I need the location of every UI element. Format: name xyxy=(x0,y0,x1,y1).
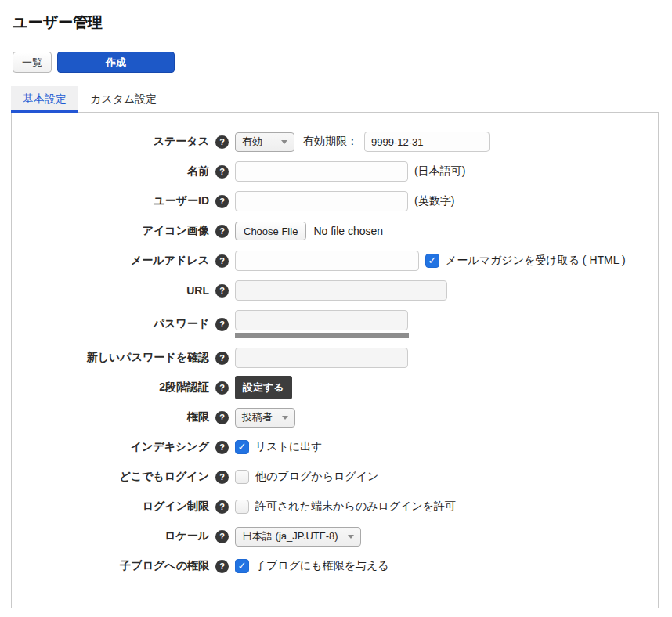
list-button[interactable]: 一覧 xyxy=(13,52,52,73)
help-icon[interactable]: ? xyxy=(215,135,229,149)
help-icon[interactable]: ? xyxy=(215,411,229,424)
login-anywhere-checkbox[interactable]: ✓ xyxy=(235,470,249,484)
row-name: 名前 ? (日本語可) xyxy=(12,157,658,186)
row-locale: ロケール ? 日本語 (ja_JP.UTF-8) xyxy=(12,521,658,551)
login-anywhere-checkbox-label: 他のブログからログイン xyxy=(255,470,378,484)
indexing-checkbox-label: リストに出す xyxy=(255,440,323,454)
user-management-page: ユーザー管理 一覧 作成 基本設定 カスタム設定 ステータス ? 有効 有効期限… xyxy=(0,0,672,617)
expiry-label: 有効期限： xyxy=(303,135,358,149)
url-input[interactable] xyxy=(235,280,447,301)
help-icon[interactable]: ? xyxy=(215,441,229,454)
help-icon[interactable]: ? xyxy=(215,195,229,208)
row-role: 権限 ? 投稿者 xyxy=(12,402,658,432)
tab-custom-settings[interactable]: カスタム設定 xyxy=(78,86,168,113)
locale-select[interactable]: 日本語 (ja_JP.UTF-8) xyxy=(235,527,361,547)
child-blog-permission-checkbox-label: 子ブログにも権限を与える xyxy=(255,559,389,573)
row-child-blog-permission: 子ブログへの権限 ? ✓ 子ブログにも権限を与える xyxy=(12,551,658,581)
help-icon[interactable]: ? xyxy=(215,381,229,395)
help-icon[interactable]: ? xyxy=(215,530,229,543)
email-input[interactable] xyxy=(235,251,419,271)
indexing-label: インデキシング xyxy=(12,440,209,454)
help-icon[interactable]: ? xyxy=(215,352,229,365)
checkmark-icon: ✓ xyxy=(238,442,247,452)
page-title: ユーザー管理 xyxy=(13,13,672,33)
child-blog-permission-label: 子ブログへの権限 xyxy=(12,559,209,573)
two-factor-label: 2段階認証 xyxy=(12,381,209,395)
help-icon[interactable]: ? xyxy=(215,284,229,298)
locale-select-value: 日本語 (ja_JP.UTF-8) xyxy=(242,529,338,543)
help-icon[interactable]: ? xyxy=(215,471,229,484)
child-blog-permission-checkbox[interactable]: ✓ xyxy=(235,559,249,573)
row-url: URL ? xyxy=(12,276,658,305)
user-id-input[interactable] xyxy=(235,191,408,211)
create-button[interactable]: 作成 xyxy=(57,52,175,73)
file-chosen-status: No file chosen xyxy=(313,225,383,237)
checkmark-icon: ✓ xyxy=(238,561,247,571)
help-icon[interactable]: ? xyxy=(215,560,229,573)
help-icon[interactable]: ? xyxy=(215,225,229,238)
icon-image-label: アイコン画像 xyxy=(12,224,209,238)
expiry-date-input[interactable] xyxy=(364,132,490,152)
two-factor-setup-button[interactable]: 設定する xyxy=(235,376,292,399)
name-label: 名前 xyxy=(12,164,209,179)
row-icon-image: アイコン画像 ? Choose File No file chosen xyxy=(12,216,658,246)
email-label: メールアドレス xyxy=(12,254,209,268)
password-label: パスワード xyxy=(12,317,209,331)
checkmark-icon: ✓ xyxy=(428,255,437,265)
login-restriction-checkbox-label: 許可された端末からのみログインを許可 xyxy=(255,500,456,514)
help-icon[interactable]: ? xyxy=(215,165,229,179)
status-label: ステータス xyxy=(12,135,209,149)
row-two-factor: 2段階認証 ? 設定する xyxy=(12,373,658,402)
url-label: URL xyxy=(12,284,209,297)
password-strength-meter xyxy=(235,333,409,338)
tab-basic-settings[interactable]: 基本設定 xyxy=(11,86,78,113)
login-restriction-checkbox[interactable]: ✓ xyxy=(235,500,249,514)
chevron-down-icon xyxy=(281,140,287,144)
form-panel: ステータス ? 有効 有効期限： 名前 ? (日本語可) ユーザーID ? xyxy=(11,112,659,608)
role-label: 権限 xyxy=(12,410,209,424)
row-password: パスワード ? xyxy=(12,305,658,343)
login-restriction-label: ログイン制限 xyxy=(12,500,209,514)
chevron-down-icon xyxy=(282,416,288,420)
name-note: (日本語可) xyxy=(414,164,465,179)
row-password-confirm: 新しいパスワードを確認 ? xyxy=(12,343,658,373)
login-anywhere-label: どこでもログイン xyxy=(12,470,209,484)
choose-file-button[interactable]: Choose File xyxy=(235,222,306,240)
help-icon[interactable]: ? xyxy=(215,318,229,331)
role-select-value: 投稿者 xyxy=(242,410,273,424)
help-icon[interactable]: ? xyxy=(215,254,229,268)
password-input[interactable] xyxy=(235,310,408,330)
password-confirm-input[interactable] xyxy=(235,348,408,368)
row-status: ステータス ? 有効 有効期限： xyxy=(12,127,658,157)
mail-magazine-checkbox-label: メールマガジンを受け取る ( HTML ) xyxy=(446,254,626,268)
tab-bar: 基本設定 カスタム設定 xyxy=(11,86,672,113)
row-user-id: ユーザーID ? (英数字) xyxy=(12,186,658,216)
name-input[interactable] xyxy=(235,161,408,182)
indexing-checkbox[interactable]: ✓ xyxy=(235,440,249,454)
locale-label: ロケール xyxy=(12,529,209,543)
user-id-label: ユーザーID xyxy=(12,194,209,208)
user-id-note: (英数字) xyxy=(414,194,454,208)
row-login-restriction: ログイン制限 ? ✓ 許可された端末からのみログインを許可 xyxy=(12,492,658,521)
toolbar: 一覧 作成 xyxy=(13,52,672,73)
row-indexing: インデキシング ? ✓ リストに出す xyxy=(12,432,658,462)
role-select[interactable]: 投稿者 xyxy=(235,408,295,428)
help-icon[interactable]: ? xyxy=(215,500,229,514)
status-select[interactable]: 有効 xyxy=(235,132,294,152)
row-login-anywhere: どこでもログイン ? ✓ 他のブログからログイン xyxy=(12,462,658,492)
row-email: メールアドレス ? ✓ メールマガジンを受け取る ( HTML ) xyxy=(12,246,658,276)
chevron-down-icon xyxy=(348,535,354,539)
password-confirm-label: 新しいパスワードを確認 xyxy=(12,351,209,365)
mail-magazine-checkbox[interactable]: ✓ xyxy=(425,254,439,268)
status-select-value: 有効 xyxy=(242,135,262,149)
